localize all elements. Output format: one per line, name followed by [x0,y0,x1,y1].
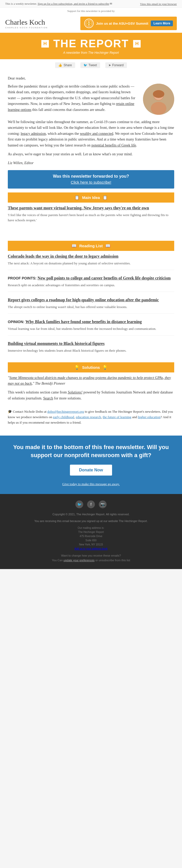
report-subtitle: A newsletter from The Hechinger Report [5,51,177,55]
higher-education-link[interactable]: higher education [138,415,160,419]
donate-title: You made it to the bottom of this free n… [10,443,172,460]
article-black-families: OPINION: Why Black families have found s… [8,319,174,336]
footer-preferences: Want to change how you receive these ema… [8,554,174,563]
forward-button[interactable]: ➤ Forward [105,62,127,68]
article-black-families-link[interactable]: Why Black families have found some benef… [26,319,142,324]
greeting: Dear reader, [8,76,174,81]
report-icon-left: H [41,39,50,48]
update-preferences-link[interactable]: update your preferences [63,559,94,562]
reading-list-label: Reading List [79,244,103,248]
envelope-icon: ✉ [110,2,112,5]
charles-koch-logo: Charles Koch CHARLES KOCH FOUNDATION [5,18,48,29]
intro-para1: Before the pandemic thrust a spotlight o… [8,84,138,113]
full-intro-text: We'll be following similar tales through… [8,119,174,166]
footer-copyright: Copyright © 2021, The Hechinger Report. … [8,512,174,517]
solutions-link[interactable]: Solutions! [68,391,83,394]
article-online-roadmap-body: The abrupt switch to online learning was… [8,304,174,310]
article-greek-life: PROOF POINTS: New poll points to college… [8,275,174,292]
article-greek-life-title: PROOF POINTS: New poll points to college… [8,275,174,281]
footer: 🐦 f 📷 Copyright © 2021, The Hechinger Re… [0,494,182,569]
main-idea-link[interactable]: These parents want more virtual learning… [8,206,149,210]
instagram-footer-icon[interactable]: 📷 [99,500,107,508]
address-street: 475 Riverside Drive [8,534,174,538]
address-name: The Hechinger Report [8,530,174,534]
article-online-roadmap-link[interactable]: Report gives colleges a roadmap for high… [8,298,159,302]
article-virtual-monuments-title: Building virtual monuments to Black hist… [8,341,174,346]
donate-button[interactable]: Donate Now [70,465,112,475]
solutions-quote-link[interactable]: Some Minnesota school districts made cha… [8,376,171,385]
report-header-inner: H THE REPORT H [5,37,177,50]
twitter-footer-icon[interactable]: 🐦 [75,500,83,508]
search-link[interactable]: Search [43,396,53,400]
report-title-block: THE REPORT [53,37,129,50]
editor-signature: Liz Willen, Editor [8,160,174,166]
signup-link[interactable]: Sign up for a free subscription, and inv… [38,2,109,5]
give-today-link[interactable]: Give today to make this message go away. [10,482,172,486]
future-of-learning-link[interactable]: the future of learning [103,415,131,419]
article-greek-life-link[interactable]: New poll points to college and career be… [37,276,171,280]
solutions-icon-left: 💡 [74,365,80,370]
view-in-browser-link[interactable]: View this email in your browser [140,2,177,5]
article-virtual-monuments-link[interactable]: Building virtual monuments to Black hist… [8,341,104,346]
address-suite: Suite 650 [8,538,174,542]
article-colorado-title: Colorado leads the way in closing the do… [8,253,174,259]
article-online-roadmap-title: Report gives colleges a roadmap for high… [8,297,174,303]
tweet-button[interactable]: 🐦 Tweet [80,62,100,68]
footer-receiving: You are receiving this email because you… [8,519,174,524]
footer-address: Our mailing address is: The Hechinger Re… [8,526,174,551]
compass-icon [84,19,94,28]
early-childhood-link[interactable]: early childhood [53,415,74,419]
top-bar: This is a weekly newsletter. Sign up for… [0,0,182,8]
facebook-footer-icon[interactable]: f [87,500,95,508]
report-title: THE REPORT [53,37,129,50]
article-colorado-link[interactable]: Colorado leads the way in closing the do… [8,254,119,258]
address-book-link[interactable]: Add us to your address book [74,547,108,550]
greek-life-link[interactable]: potential benefits of Greek life [92,143,136,147]
share-icon: 👍 [58,63,62,67]
education-research-link[interactable]: education research [75,415,101,419]
svg-marker-3 [86,23,92,24]
article-black-families-title: OPINION: Why Black families have found s… [8,319,174,324]
footer-social: 🐦 f 📷 [8,500,174,508]
editor-photo-svg [143,84,174,115]
solutions-icon-right: 💡 [102,365,108,370]
topbar-static-text: This is a weekly newsletter. [5,2,37,5]
sponsor-header: Charles Koch CHARLES KOCH FOUNDATION Joi… [0,14,182,33]
main-idea-title: These parents want more virtual learning… [8,205,174,211]
support-bar: Support for this newsletter is provided … [0,8,182,14]
subscribe-link[interactable]: Click here to subscribe! [71,180,111,184]
proof-label: PROOF POINTS: [8,276,37,280]
article-online-roadmap: Report gives colleges a roadmap for high… [8,297,174,314]
twitter-icon: 🐦 [84,63,87,67]
article-virtual-monuments-body: Immersive technology lets students learn… [8,348,174,353]
reading-list-icon-left: 📖 [71,243,77,248]
solutions-section: 💡 Solutions 💡 "Some Minnesota school dis… [0,362,182,431]
article-greek-life-body: Research split on academic advantages of… [8,283,174,288]
email-wrapper: This is a weekly newsletter. Sign up for… [0,0,182,569]
intro-text-left: Before the pandemic thrust a spotlight o… [8,84,138,115]
svg-point-8 [153,90,164,98]
reading-list-section: 📖 Reading List 📖 Colorado leads the way … [0,241,182,357]
legacy-admission-link[interactable]: legacy admission [21,132,46,135]
article-virtual-monuments: Building virtual monuments to Black hist… [8,341,174,357]
donate-section: You made it to the bottom of this free n… [0,436,182,494]
article-colorado-body: The next attack: A boycott on donations … [8,261,174,266]
top-bar-left: This is a weekly newsletter. Sign up for… [5,2,112,5]
share-button[interactable]: 👍 Share [55,62,75,68]
main-idea-quote: 'I feel like the voices of those parents… [8,213,174,223]
learn-more-link[interactable]: Learn More [151,21,173,26]
contact-para: 🎓 Contact Nichole Dobo at dobo@hechinger… [8,409,174,425]
opinion-label: OPINION: [8,320,26,324]
reading-list-header: 📖 Reading List 📖 [8,241,174,251]
contact-email-link[interactable]: dobo@hechingerreport.org [47,410,84,413]
forward-label: Forward [112,63,124,67]
solutions-header: 💡 Solutions 💡 [8,362,174,372]
intro-para3: As always, we're eager to hear your stor… [8,151,174,157]
foundation-name: Charles Koch [5,18,45,27]
wealthy-connected-link[interactable]: wealthy and connected [80,132,113,135]
unsubscribe-text: or unsubscribe from this list [95,559,130,562]
solutions-quote: "Some Minnesota school districts made ch… [8,375,174,387]
retain-online-link[interactable]: retain online learning options [8,102,134,112]
cta-main-text: Was this newsletter forwarded to you? [13,174,169,179]
main-idea-icon-right: 📋 [102,195,108,200]
